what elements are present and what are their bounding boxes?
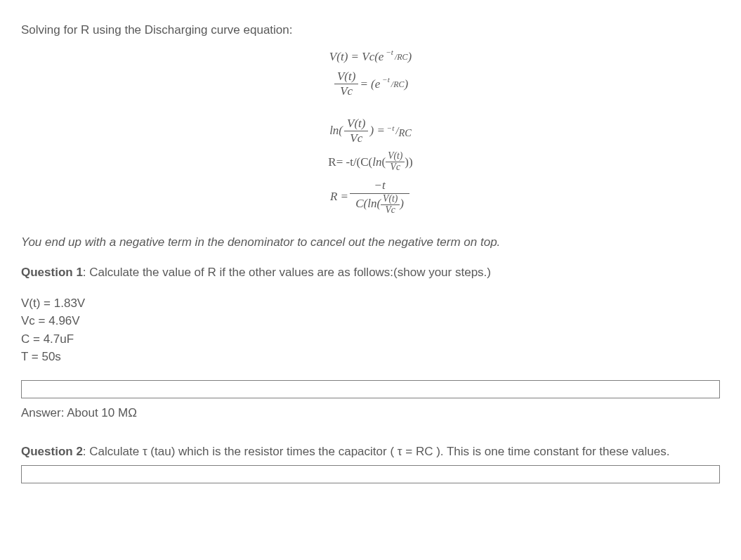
eq5-den-frac: V(t) Vc <box>381 194 400 216</box>
eq5-den-right: ) <box>400 197 404 210</box>
eq5-den-num: V(t) <box>381 194 400 205</box>
eq5-den: C(ln( V(t) Vc ) <box>350 194 409 216</box>
note-text: You end up with a negative term in the d… <box>21 233 720 252</box>
eq1-rc: RC <box>397 52 407 62</box>
eq2-right: ) <box>404 77 408 91</box>
given-vc: Vc = 4.96V <box>21 312 720 330</box>
eq4-left: R= -t/(C(ln( <box>328 155 386 169</box>
eq2-den: Vc <box>334 84 358 98</box>
given-values: V(t) = 1.83V Vc = 4.96V C = 4.7uF T = 50… <box>21 294 720 366</box>
answer-1: Answer: About 10 MΩ <box>21 404 720 422</box>
eq-line-3: ln( V(t) Vc ) = −t/RC <box>21 117 720 146</box>
equations-block: V(t) = Vc(e−t/RC) V(t) Vc = (e−t/RC) ln(… <box>21 50 720 216</box>
eq2-frac: V(t) Vc <box>334 70 358 99</box>
eq-line-1: V(t) = Vc(e−t/RC) <box>21 50 720 64</box>
eq3-mid: ) = <box>369 124 384 138</box>
question-2: Question 2: Calculate τ (tau) which is t… <box>21 443 720 461</box>
given-t: T = 50s <box>21 348 720 366</box>
eq3-frac: V(t) Vc <box>344 117 368 146</box>
eq3-rhs-exp: −t <box>386 124 396 132</box>
eq1-sup-num: −t <box>384 48 395 56</box>
eq1-left: V(t) = Vc(e <box>329 50 384 64</box>
eq3-rhs-num: −t <box>386 124 396 132</box>
eq4-den: Vc <box>386 162 405 173</box>
eq5-frac: −t C(ln( V(t) Vc ) <box>350 178 409 215</box>
eq1-sup-rest: /RC <box>395 52 408 62</box>
eq2-exponent: −t <box>381 76 391 84</box>
intro-text: Solving for R using the Discharging curv… <box>21 21 720 39</box>
question-1: Question 1: Calculate the value of R if … <box>21 263 720 282</box>
q2-text: : Calculate τ (tau) which is the resisto… <box>83 445 670 458</box>
eq5-left: R = <box>330 190 348 204</box>
given-c: C = 4.7uF <box>21 330 720 349</box>
eq3-den: Vc <box>344 131 368 145</box>
answer-input-2[interactable] <box>21 465 720 483</box>
eq2-sup-num: −t <box>381 76 391 84</box>
eq1-exponent: −t <box>384 48 395 56</box>
eq2-sup-rest: /RC <box>391 79 405 89</box>
eq5-den-den: Vc <box>381 205 400 216</box>
q2-label: Question 2 <box>21 445 83 458</box>
eq1-right: ) <box>407 50 412 64</box>
eq-line-5: R = −t C(ln( V(t) Vc ) <box>21 178 720 215</box>
eq5-num: −t <box>350 178 409 193</box>
eq2-rc: RC <box>393 79 404 89</box>
given-vt: V(t) = 1.83V <box>21 294 720 313</box>
eq3-rhs-rc: RC <box>398 127 411 138</box>
answer-input-1[interactable] <box>21 380 720 398</box>
q1-text: : Calculate the value of R if the other … <box>83 266 491 279</box>
eq3-rhs-rest: /RC <box>395 125 411 137</box>
eq3-num: V(t) <box>344 117 368 131</box>
eq4-num: V(t) <box>386 151 405 162</box>
eq5-den-left: C(ln( <box>355 197 381 210</box>
eq-line-2: V(t) Vc = (e−t/RC) <box>21 70 720 99</box>
eq2-num: V(t) <box>334 70 358 84</box>
eq2-mid: = (e <box>360 77 380 91</box>
eq4-right: )) <box>405 155 412 169</box>
eq4-frac: V(t) Vc <box>386 151 405 173</box>
q1-label: Question 1 <box>21 266 83 279</box>
eq-line-4: R= -t/(C(ln( V(t) Vc )) <box>21 151 720 173</box>
eq3-left: ln( <box>329 124 343 138</box>
